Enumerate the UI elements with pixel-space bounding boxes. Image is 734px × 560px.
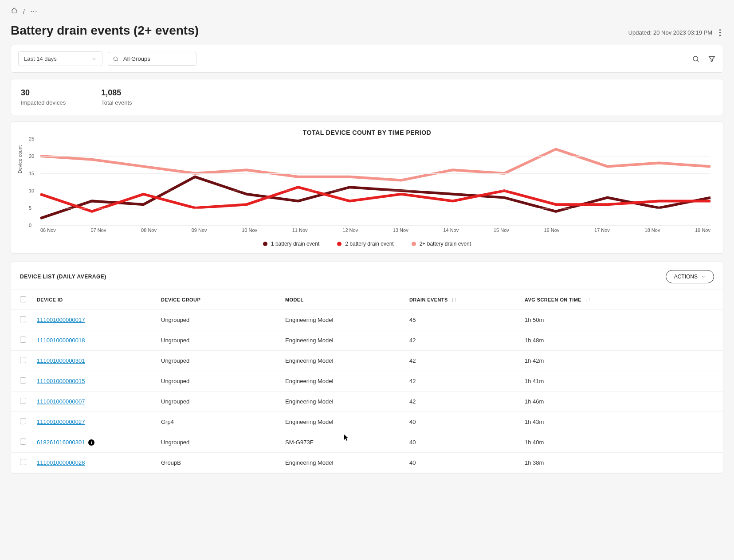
chart-y-label: Device count (17, 145, 23, 174)
drain-events-cell: 42 (404, 330, 519, 351)
y-tick: 20 (29, 153, 34, 159)
group-search-input[interactable] (122, 55, 192, 63)
swatch-1 (263, 242, 267, 246)
stat-impacted-value: 30 (21, 88, 66, 98)
row-checkbox[interactable] (20, 418, 26, 424)
device-model-cell: Engineering Model (280, 330, 404, 351)
device-id-link[interactable]: 111001000000027 (37, 419, 85, 425)
x-tick: 12 Nov (342, 227, 358, 236)
x-tick: 17 Nov (594, 227, 610, 236)
info-icon[interactable]: i (88, 439, 94, 446)
drain-events-cell: 42 (404, 351, 519, 371)
row-checkbox[interactable] (20, 459, 26, 465)
home-icon[interactable] (11, 7, 18, 16)
legend-item-2[interactable]: 2 battery drain event (337, 241, 393, 247)
drain-events-cell: 42 (404, 371, 519, 392)
col-drain-events[interactable]: DRAIN EVENTS ↓↑ (404, 290, 519, 310)
table-row: 111001000000028GroupBEngineering Model40… (11, 453, 723, 473)
search-icon (113, 55, 119, 63)
row-checkbox[interactable] (20, 337, 26, 343)
col-model[interactable]: MODEL (280, 290, 404, 310)
stat-total: 1,085 Total events (101, 88, 132, 106)
device-table: DEVICE ID DEVICE GROUP MODEL DRAIN EVENT… (11, 290, 723, 473)
legend-item-1[interactable]: 1 battery drain event (263, 241, 319, 247)
group-search[interactable] (108, 52, 196, 66)
table-row: 111001000000015UngroupedEngineering Mode… (11, 371, 723, 392)
stat-total-value: 1,085 (101, 88, 132, 98)
svg-point-1 (693, 56, 698, 61)
col-device-id[interactable]: DEVICE ID (31, 290, 156, 310)
updated-timestamp: Updated: 20 Nov 2023 03:19 PM (628, 29, 712, 36)
device-group-cell: Ungrouped (156, 330, 280, 351)
search-button[interactable] (692, 55, 700, 63)
avg-screen-cell: 1h 42m (519, 351, 723, 371)
x-tick: 09 Nov (192, 227, 207, 236)
svg-point-0 (114, 57, 117, 60)
y-tick: 10 (29, 188, 34, 193)
y-tick: 15 (29, 171, 34, 176)
device-model-cell: Engineering Model (280, 412, 404, 432)
device-id-link[interactable]: 111001000000007 (37, 398, 85, 405)
page-menu-button[interactable] (717, 27, 723, 39)
y-tick: 5 (29, 205, 31, 211)
select-all-checkbox[interactable] (20, 296, 26, 302)
drain-events-cell: 45 (404, 310, 519, 330)
avg-screen-cell: 1h 40m (519, 432, 723, 453)
x-tick: 14 Nov (443, 227, 459, 236)
drain-events-cell: 40 (404, 412, 519, 432)
device-list-title: DEVICE LIST (DAILY AVERAGE) (20, 274, 106, 280)
drain-events-cell: 40 (404, 453, 519, 473)
device-group-cell: Ungrouped (156, 432, 280, 453)
device-id-link[interactable]: 111001000000301 (37, 357, 85, 364)
table-row: 111001000000301UngroupedEngineering Mode… (11, 351, 723, 371)
device-model-cell: Engineering Model (280, 310, 404, 330)
device-id-link[interactable]: 618261016000301 (37, 439, 85, 446)
device-model-cell: Engineering Model (280, 351, 404, 371)
table-row: 111001000000018UngroupedEngineering Mode… (11, 330, 723, 351)
drain-events-cell: 40 (404, 432, 519, 453)
row-checkbox[interactable] (20, 439, 26, 445)
device-model-cell: SM-G973F (280, 432, 404, 453)
device-group-cell: Ungrouped (156, 392, 280, 412)
breadcrumb-ellipsis[interactable]: ⋯ (30, 7, 38, 16)
table-row: 618261016000301 iUngroupedSM-G973F401h 4… (11, 432, 723, 453)
col-device-group[interactable]: DEVICE GROUP (156, 290, 280, 310)
device-group-cell: Grp4 (156, 412, 280, 432)
x-tick: 06 Nov (40, 227, 56, 236)
avg-screen-cell: 1h 41m (519, 371, 723, 392)
avg-screen-cell: 1h 50m (519, 310, 723, 330)
col-avg-screen[interactable]: AVG SCREEN ON TIME ↓↑ (519, 290, 723, 310)
device-group-cell: Ungrouped (156, 371, 280, 392)
sort-icon: ↓↑ (585, 297, 590, 303)
row-checkbox[interactable] (20, 377, 26, 384)
x-tick: 08 Nov (141, 227, 157, 236)
legend-item-3[interactable]: 2+ battery drain event (412, 241, 471, 247)
drain-events-cell: 42 (404, 392, 519, 412)
swatch-2 (337, 242, 341, 246)
x-tick: 19 Nov (695, 227, 710, 236)
table-row: 111001000000007UngroupedEngineering Mode… (11, 392, 723, 412)
actions-button[interactable]: ACTIONS (666, 270, 714, 283)
stat-total-label: Total events (101, 99, 132, 106)
breadcrumb-sep: / (23, 8, 25, 15)
date-range-select[interactable]: Last 14 days (18, 51, 102, 66)
date-range-value: Last 14 days (24, 55, 57, 62)
swatch-3 (412, 242, 416, 246)
device-id-link[interactable]: 111001000000015 (37, 378, 85, 384)
row-checkbox[interactable] (20, 357, 26, 363)
x-tick: 07 Nov (91, 227, 106, 236)
device-id-link[interactable]: 111001000000017 (37, 317, 85, 323)
device-model-cell: Engineering Model (280, 371, 404, 392)
filters-panel: Last 14 days (11, 45, 723, 73)
chart-title: TOTAL DEVICE COUNT BY TIME PERIOD (20, 129, 714, 136)
device-id-link[interactable]: 111001000000028 (37, 459, 85, 466)
chart-series-line[interactable] (40, 149, 710, 180)
y-tick: 25 (29, 136, 34, 141)
breadcrumb: / ⋯ (11, 7, 723, 16)
stat-impacted-label: Impacted devices (21, 99, 66, 106)
row-checkbox[interactable] (20, 398, 26, 404)
device-id-link[interactable]: 111001000000018 (37, 337, 85, 344)
table-row: 111001000000027Grp4Engineering Model401h… (11, 412, 723, 432)
row-checkbox[interactable] (20, 316, 26, 322)
filter-button[interactable] (708, 55, 716, 63)
